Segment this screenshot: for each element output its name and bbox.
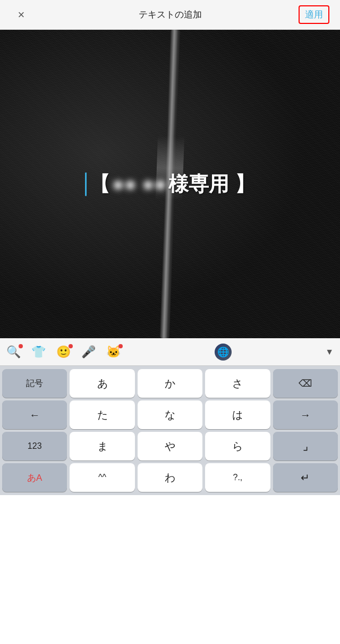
key-wa[interactable]: わ [138, 463, 202, 492]
key-kigo[interactable]: 記号 [2, 369, 67, 398]
return-key[interactable]: ↵ [273, 463, 338, 492]
key-ra[interactable]: ら [205, 432, 270, 461]
key-na[interactable]: な [138, 400, 202, 429]
overlay-text[interactable]: 【 ●● ●● 様専用 】 [85, 171, 255, 198]
page-title: テキストの追加 [139, 9, 202, 21]
header: × テキストの追加 適用 [0, 0, 340, 30]
chevron-down-icon[interactable]: ▼ [325, 347, 334, 357]
key-left-arrow[interactable]: ← [2, 400, 67, 429]
key-123[interactable]: 123 [2, 432, 67, 461]
key-ya[interactable]: や [138, 432, 202, 461]
key-space-small[interactable]: ⌟ [273, 432, 338, 461]
mic-toolbar-icon[interactable]: 🎤 [81, 345, 96, 359]
apply-button[interactable]: 適用 [299, 5, 329, 24]
key-row-1: 記号 あ か さ ⌫ [2, 369, 338, 398]
key-row-2: ← た な は → [2, 400, 338, 429]
keyboard-toolbar: 🔍 👕 🙂 🎤 🐱 🌐 ▼ [0, 338, 340, 366]
image-canvas[interactable]: 【 ●● ●● 様専用 】 [0, 30, 340, 338]
key-row-3: 123 ま や ら ⌟ [2, 432, 338, 461]
key-ta[interactable]: た [70, 400, 134, 429]
key-a[interactable]: あ [70, 369, 134, 398]
shirt-toolbar-icon[interactable]: 👕 [31, 345, 46, 359]
bracket-open: 【 [90, 171, 110, 198]
key-row-4: あA ^^ わ ?., ↵ [2, 463, 338, 492]
key-caret[interactable]: ^^ [70, 463, 134, 492]
cursor [85, 172, 87, 196]
keyboard-area: 🔍 👕 🙂 🎤 🐱 🌐 ▼ 記号 あ か さ ⌫ [0, 338, 340, 495]
face-notification-dot [118, 344, 123, 348]
text-suffix: 様専用 】 [168, 171, 255, 198]
key-ka[interactable]: か [138, 369, 202, 398]
blurred-name: ●● ●● [112, 173, 166, 196]
key-aa[interactable]: あA [2, 463, 67, 492]
key-sa[interactable]: さ [205, 369, 270, 398]
keys-grid: 記号 あ か さ ⌫ ← た な は → 123 ま や ら ⌟ あA ^^ わ… [0, 366, 340, 495]
key-ha[interactable]: は [205, 400, 270, 429]
emoji-toolbar-icon[interactable]: 🙂 [56, 345, 71, 359]
toolbar-avatar[interactable]: 🌐 [215, 344, 232, 361]
emoji-notification-dot [69, 344, 73, 348]
key-punctuation[interactable]: ?., [205, 463, 270, 492]
delete-key[interactable]: ⌫ [273, 369, 338, 398]
search-notification-dot [19, 344, 23, 348]
key-right-arrow[interactable]: → [273, 400, 338, 429]
face-toolbar-icon[interactable]: 🐱 [106, 345, 121, 359]
search-toolbar-icon[interactable]: 🔍 [6, 345, 21, 359]
close-button[interactable]: × [11, 4, 32, 26]
key-ma[interactable]: ま [70, 432, 134, 461]
